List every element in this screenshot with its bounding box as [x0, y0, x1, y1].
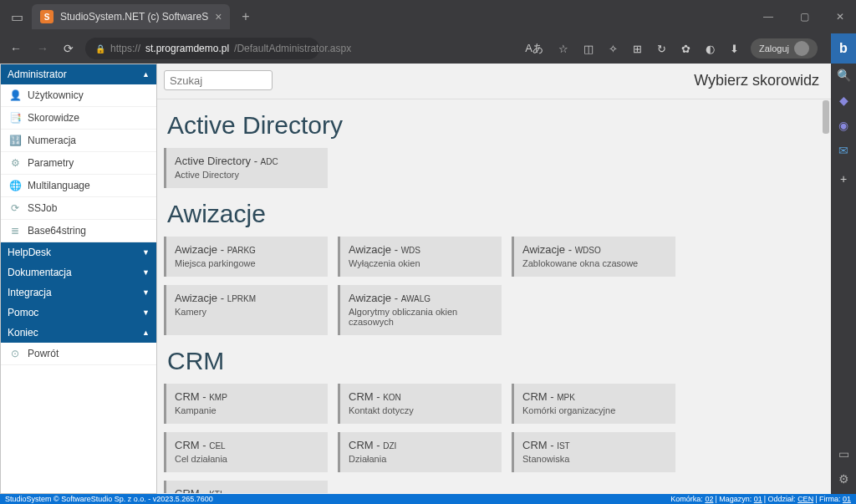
window-controls: — ▢ ✕	[758, 11, 849, 23]
sidebar-item-icon: 📑	[9, 112, 21, 124]
card-subtitle: Kontakt dotyczy	[349, 405, 493, 415]
sidebar-item-base64string[interactable]: ≣Base64string	[1, 220, 156, 242]
sidebar-section-administrator[interactable]: Administrator▲	[1, 64, 156, 84]
sidebar-item-label: Numeracja	[28, 135, 76, 146]
sidebar-item-multilanguage[interactable]: 🌐Multilanguage	[1, 175, 156, 197]
skorowidz-card[interactable]: CRM - CELCel działania	[164, 432, 328, 472]
sidebar-item-numeracja[interactable]: 🔢Numeracja	[1, 130, 156, 152]
sidebar-item-icon: 👤	[9, 89, 21, 101]
history-icon[interactable]: ↻	[654, 43, 670, 55]
downloads-icon[interactable]: ⬇	[726, 43, 742, 55]
section-title: Awizacje	[167, 200, 824, 228]
sidebar-section-label: Administrator	[8, 69, 67, 80]
status-field: | Magazyn: 01	[715, 495, 762, 503]
sidebar-section-label: Dokumentacja	[8, 267, 72, 278]
sidebar-tool-icon[interactable]: ▭	[838, 447, 849, 461]
search-input[interactable]	[164, 70, 273, 90]
card-row: Active Directory - ADCActive Directory	[164, 148, 824, 188]
sidebar-item-parametry[interactable]: ⚙Parametry	[1, 152, 156, 175]
office-sidebar-icon[interactable]: ◉	[838, 119, 848, 132]
sidebar-section-pomoc[interactable]: Pomoc▼	[1, 303, 156, 323]
skorowidz-card[interactable]: CRM - KMPKampanie	[164, 384, 328, 424]
card-title: Awizacje - WDS	[349, 243, 493, 256]
skorowidz-card[interactable]: Awizacje - AWALGAlgorytmy obliczania oki…	[338, 285, 502, 335]
skorowidz-card[interactable]: CRM - KONKontakt dotyczy	[338, 384, 502, 424]
reader-icon[interactable]: Aあ	[522, 41, 547, 56]
caret-up-icon: ▲	[142, 328, 150, 337]
forward-icon[interactable]: →	[33, 38, 52, 59]
sidebar-item-icon: ⚙	[9, 157, 21, 169]
tab-favicon: S	[40, 10, 54, 23]
settings-sidebar-icon[interactable]: ⚙	[838, 472, 849, 486]
sidebar-section-helpdesk[interactable]: HelpDesk▼	[1, 242, 156, 262]
sidebar-item-skorowidze[interactable]: 📑Skorowidze	[1, 107, 156, 130]
card-title: Awizacje - PARKG	[175, 243, 319, 256]
sidebar-item-label: SSJob	[28, 202, 57, 214]
sidebar-item-icon: ≣	[9, 225, 21, 237]
bing-sidebar-icon[interactable]: b	[831, 33, 856, 64]
sidebar-item-użytkownicy[interactable]: 👤Użytkownicy	[1, 84, 156, 107]
skorowidz-card[interactable]: CRM - KTI	[164, 481, 328, 493]
card-title: Awizacje - WDSO	[522, 243, 667, 256]
search-sidebar-icon[interactable]: 🔍	[837, 69, 851, 82]
card-subtitle: Wyłączenia okien	[349, 258, 493, 268]
skorowidz-card[interactable]: CRM - DZIDziałania	[338, 432, 502, 472]
skorowidz-card[interactable]: Awizacje - PARKGMiejsca parkingowe	[164, 237, 328, 277]
minimize-icon[interactable]: —	[758, 11, 778, 23]
sidebar-section-label: Integracja	[8, 287, 52, 298]
card-subtitle: Stanowiska	[522, 454, 667, 464]
back-icon[interactable]: ←	[7, 38, 25, 59]
split-icon[interactable]: ◫	[580, 43, 597, 55]
star-icon[interactable]: ☆	[555, 43, 572, 55]
card-title: CRM - KON	[349, 390, 493, 403]
sidebar-section-label: HelpDesk	[8, 247, 51, 258]
close-window-icon[interactable]: ✕	[831, 11, 849, 23]
scrollbar-thumb[interactable]	[823, 100, 829, 134]
content-header: Wybierz skorowidz	[157, 64, 831, 99]
sidebar-item-icon: 🔢	[9, 135, 21, 146]
card-subtitle: Kampanie	[175, 405, 319, 415]
skorowidz-card[interactable]: CRM - MPKKomórki organizacyjne	[512, 384, 675, 424]
sidebar-item-ssjob[interactable]: ⟳SSJob	[1, 197, 156, 220]
tools-sidebar-icon[interactable]: ◆	[839, 94, 848, 107]
favorites-icon[interactable]: ✧	[605, 43, 621, 55]
tabs-overview-button[interactable]: ▭	[7, 7, 27, 27]
page-title: Wybierz skorowidz	[694, 72, 819, 89]
performance-icon[interactable]: ◐	[702, 43, 718, 55]
skorowidz-card[interactable]: Awizacje - WDSWyłączenia okien	[338, 237, 502, 277]
browser-tab[interactable]: S StudioSystem.NET (c) SoftwareS ×	[32, 4, 230, 29]
extensions-icon[interactable]: ✿	[678, 43, 694, 55]
add-sidebar-icon[interactable]: +	[840, 172, 847, 186]
card-subtitle: Komórki organizacyjne	[522, 405, 667, 415]
outlook-sidebar-icon[interactable]: ✉	[838, 144, 848, 157]
url-prefix: https://	[110, 43, 140, 54]
sidebar-item-label: Użytkownicy	[28, 89, 84, 101]
maximize-icon[interactable]: ▢	[795, 11, 814, 23]
close-icon[interactable]: ×	[215, 10, 222, 23]
card-row: CRM - KTI	[164, 481, 824, 493]
sidebar-item-label: Base64string	[28, 225, 86, 237]
sidebar-section-dokumentacja[interactable]: Dokumentacja▼	[1, 262, 156, 283]
sidebar-section-label: Pomoc	[8, 307, 38, 318]
refresh-icon[interactable]: ⟳	[60, 38, 77, 59]
skorowidz-card[interactable]: Awizacje - LPRKMKamery	[164, 285, 328, 335]
caret-down-icon: ▼	[142, 308, 150, 317]
login-button[interactable]: Zaloguj	[751, 38, 818, 59]
sidebar-section-koniec[interactable]: Koniec▲	[1, 323, 156, 343]
skorowidz-card[interactable]: Awizacje - WDSOZablokowane okna czasowe	[512, 237, 675, 277]
sidebar-section-label: Koniec	[8, 327, 38, 339]
card-title: Awizacje - AWALG	[349, 292, 493, 304]
card-row: Awizacje - PARKGMiejsca parkingoweAwizac…	[164, 237, 824, 277]
collections-icon[interactable]: ⊞	[629, 43, 645, 55]
skorowidz-card[interactable]: CRM - ISTStanowiska	[512, 432, 675, 472]
skorowidz-card[interactable]: Active Directory - ADCActive Directory	[164, 148, 328, 188]
sidebar-section-integracja[interactable]: Integracja▼	[1, 283, 156, 303]
status-bar: StudioSystem © SoftwareStudio Sp. z o.o.…	[0, 494, 856, 504]
url-input[interactable]: 🔒 https://st.programdemo.pl/DefaultAdmin…	[85, 38, 319, 59]
sections-container[interactable]: Active DirectoryActive Directory - ADCAc…	[157, 99, 831, 493]
sidebar-item-powrót[interactable]: ⊙Powrót	[1, 343, 156, 365]
card-row: CRM - KMPKampanieCRM - KONKontakt dotycz…	[164, 384, 824, 424]
new-tab-button[interactable]: +	[235, 9, 256, 24]
avatar-icon	[794, 41, 809, 56]
card-title: CRM - MPK	[522, 390, 667, 403]
